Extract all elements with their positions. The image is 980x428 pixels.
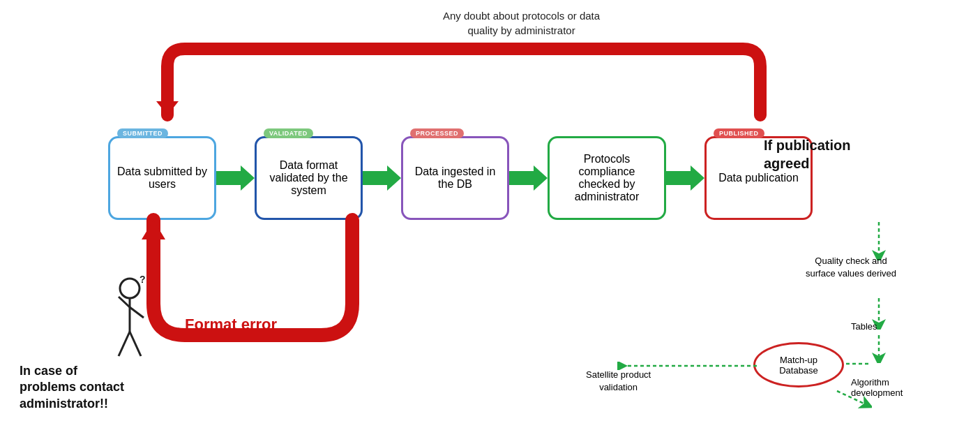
- green-arrow-svg-4: [666, 165, 704, 191]
- box-submitted: SUBMITTED Data submitted by users: [108, 136, 216, 220]
- svg-line-13: [119, 332, 130, 356]
- tables-label: Tables: [851, 321, 877, 332]
- box-validated-label: Data format validated by the system: [264, 159, 354, 197]
- green-arrow-svg-2: [363, 165, 401, 191]
- vert-arrow-3: [868, 335, 889, 363]
- pub-agreed-label: If publication agreed: [764, 136, 875, 172]
- svg-marker-4: [509, 165, 548, 191]
- green-arrow-svg-1: [216, 165, 255, 191]
- svg-marker-7: [142, 220, 165, 239]
- box-processed-label: Data ingested in the DB: [410, 165, 500, 191]
- box-published-label: Data publication: [718, 172, 799, 184]
- problems-label: In case of problems contact administrato…: [20, 363, 124, 412]
- svg-marker-1: [156, 101, 179, 115]
- badge-published: PUBLISHED: [714, 128, 764, 138]
- stick-figure: ?: [103, 276, 159, 367]
- arrow-1: [216, 164, 255, 192]
- matchup-database: Match-up Database: [753, 342, 844, 388]
- diag-arrow-algo: [834, 388, 872, 408]
- red-feedback-arrow: [146, 38, 774, 133]
- arrow-4: [666, 164, 704, 192]
- box-validated: VALIDATED Data format validated by the s…: [255, 136, 363, 220]
- green-arrow-svg-3: [509, 165, 548, 191]
- badge-processed: PROCESSED: [410, 128, 464, 138]
- diagram: Any doubt about protocols or data qualit…: [0, 0, 980, 428]
- format-error-label: Format error: [185, 316, 277, 334]
- svg-marker-3: [363, 165, 401, 191]
- svg-text:?: ?: [140, 276, 146, 285]
- box-processed: PROCESSED Data ingested in the DB: [401, 136, 509, 220]
- svg-line-14: [130, 332, 141, 356]
- box-submitted-label: Data submitted by users: [117, 165, 207, 191]
- svg-line-26: [837, 391, 867, 405]
- box-compliance: Protocols compliance checked by administ…: [548, 136, 666, 220]
- box-compliance-label: Protocols compliance checked by administ…: [557, 153, 657, 203]
- svg-marker-2: [216, 165, 255, 191]
- satellite-label: Satellite product validation: [586, 369, 651, 394]
- svg-marker-5: [666, 165, 704, 191]
- arrow-2: [363, 164, 401, 192]
- quality-label: Quality check and surface values derived: [806, 255, 896, 280]
- badge-submitted: SUBMITTED: [117, 128, 168, 138]
- process-row: SUBMITTED Data submitted by users VALIDA…: [108, 136, 813, 220]
- arrow-3: [509, 164, 548, 192]
- svg-point-8: [120, 279, 140, 298]
- badge-validated: VALIDATED: [264, 128, 313, 138]
- top-label: Any doubt about protocols or data qualit…: [443, 8, 600, 38]
- svg-line-12: [130, 307, 144, 318]
